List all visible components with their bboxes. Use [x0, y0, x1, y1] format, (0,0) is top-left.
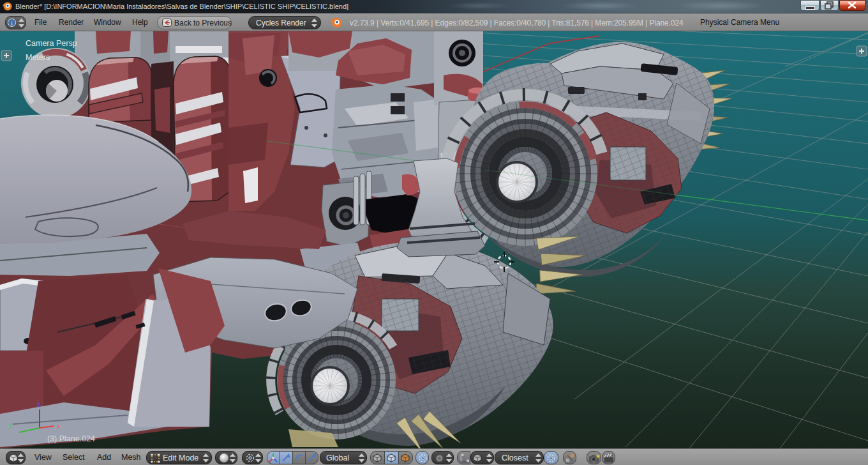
- svg-text:Meters: Meters: [26, 53, 50, 62]
- svg-text:y: y: [9, 421, 12, 428]
- svg-text:Camera Persp: Camera Persp: [26, 39, 77, 48]
- svg-text:x: x: [57, 423, 60, 430]
- svg-text:(3) Plane.024: (3) Plane.024: [47, 434, 95, 443]
- svg-text:z: z: [37, 401, 40, 408]
